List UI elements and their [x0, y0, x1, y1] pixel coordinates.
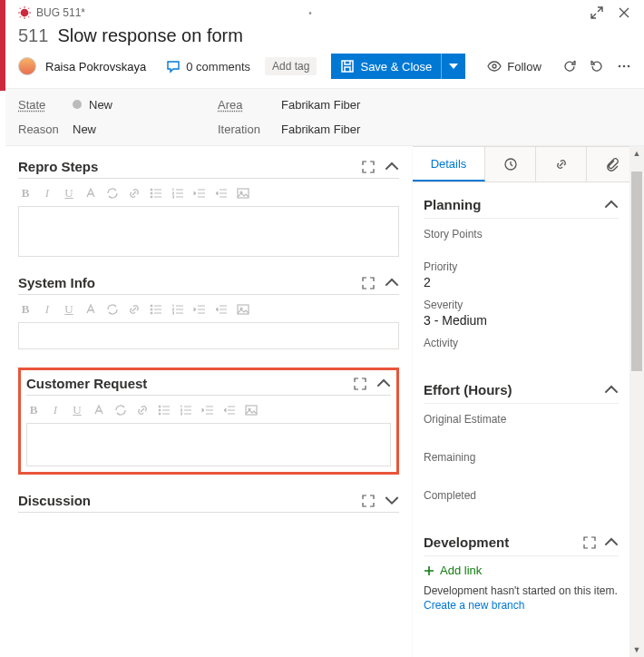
save-dropdown[interactable]: [441, 54, 465, 79]
avatar[interactable]: [18, 57, 36, 75]
font-color-button[interactable]: [83, 302, 98, 317]
save-close-button[interactable]: Save & Close: [331, 54, 465, 79]
severity-value[interactable]: 3 - Medium: [424, 313, 619, 328]
repro-steps-editor[interactable]: [18, 206, 399, 257]
image-button[interactable]: [236, 302, 250, 317]
clear-format-button[interactable]: [105, 302, 120, 317]
font-color-button[interactable]: [83, 186, 98, 201]
section-discussion: Discussion: [18, 493, 399, 513]
link-button[interactable]: [127, 186, 141, 201]
scroll-down-icon[interactable]: ▼: [629, 642, 644, 657]
more-icon[interactable]: [617, 59, 631, 74]
tab-history[interactable]: [485, 146, 536, 181]
comments-button[interactable]: 0 comments: [166, 59, 250, 74]
iteration-label: Iteration: [218, 123, 281, 136]
discussion-title: Discussion: [18, 493, 361, 508]
image-button[interactable]: [244, 403, 259, 417]
completed-label: Completed: [424, 489, 619, 502]
bullet-list-button[interactable]: [149, 186, 163, 201]
font-color-button[interactable]: [92, 403, 106, 417]
outdent-button[interactable]: [200, 403, 215, 417]
add-link-button[interactable]: Add link: [424, 564, 619, 577]
severity-label: Severity: [424, 299, 619, 311]
state-label: State: [18, 98, 73, 112]
image-button[interactable]: [236, 186, 250, 201]
svg-point-3: [619, 65, 621, 68]
svg-rect-1: [342, 61, 353, 72]
outdent-button[interactable]: [192, 302, 207, 317]
svg-point-16: [159, 406, 161, 407]
bullet-list-button[interactable]: [157, 403, 171, 417]
state-value[interactable]: New: [73, 98, 218, 112]
number-list-button[interactable]: [171, 302, 185, 317]
refresh-icon[interactable]: [562, 59, 577, 74]
development-title: Development: [424, 534, 509, 550]
scroll-up-icon[interactable]: ▲: [629, 146, 644, 161]
underline-button[interactable]: U: [70, 403, 84, 417]
expand-icon[interactable]: [582, 535, 597, 550]
chevron-up-icon[interactable]: [385, 160, 399, 174]
rich-text-toolbar: B I U: [26, 396, 391, 423]
create-branch-link[interactable]: Create a new branch: [424, 599, 619, 612]
indent-button[interactable]: [214, 186, 229, 201]
priority-value[interactable]: 2: [424, 275, 619, 289]
expand-icon[interactable]: [361, 494, 376, 508]
follow-button[interactable]: Follow: [487, 59, 542, 74]
underline-button[interactable]: U: [62, 186, 76, 201]
outdent-button[interactable]: [192, 186, 207, 201]
svg-point-13: [151, 312, 152, 314]
iteration-value[interactable]: Fabrikam Fiber: [281, 123, 631, 136]
link-button[interactable]: [127, 302, 141, 317]
expand-icon[interactable]: [361, 276, 376, 290]
italic-button[interactable]: I: [48, 403, 63, 417]
tab-attachments[interactable]: [587, 146, 629, 181]
chevron-down-icon[interactable]: [385, 494, 399, 508]
indent-button[interactable]: [222, 403, 237, 417]
customer-request-editor[interactable]: [26, 423, 391, 466]
expand-icon[interactable]: [353, 377, 367, 391]
expand-icon[interactable]: [361, 160, 376, 174]
section-system-info: System Info B I U: [18, 275, 399, 349]
clear-format-button[interactable]: [113, 403, 128, 417]
area-value[interactable]: Fabrikam Fiber: [281, 98, 631, 112]
number-list-button[interactable]: [179, 403, 193, 417]
chevron-up-icon[interactable]: [385, 276, 399, 290]
number-list-button[interactable]: [171, 186, 185, 201]
breadcrumb[interactable]: BUG 511*: [36, 6, 85, 19]
underline-button[interactable]: U: [62, 302, 76, 317]
bold-button[interactable]: B: [18, 302, 33, 317]
chevron-up-icon[interactable]: [604, 535, 619, 550]
bullet-list-button[interactable]: [149, 302, 163, 317]
customer-request-title: Customer Request: [26, 376, 353, 391]
bold-button[interactable]: B: [26, 403, 41, 417]
work-item-title[interactable]: Slow response on form: [57, 25, 243, 46]
close-icon[interactable]: [617, 5, 631, 20]
save-icon: [340, 59, 355, 74]
clear-format-button[interactable]: [105, 186, 120, 201]
indent-button[interactable]: [214, 302, 229, 317]
scroll-thumb[interactable]: [631, 172, 642, 371]
svg-point-7: [151, 192, 152, 194]
bold-button[interactable]: B: [18, 186, 33, 201]
italic-button[interactable]: I: [40, 302, 54, 317]
activity-label: Activity: [424, 337, 619, 349]
fullscreen-icon[interactable]: [590, 5, 604, 20]
history-icon: [503, 157, 518, 172]
follow-label: Follow: [507, 60, 542, 74]
tab-details[interactable]: Details: [413, 146, 485, 181]
chevron-up-icon[interactable]: [376, 377, 391, 391]
chevron-up-icon[interactable]: [604, 198, 619, 212]
assignee-name[interactable]: Raisa Pokrovskaya: [45, 60, 146, 74]
revert-icon[interactable]: [590, 59, 604, 74]
section-customer-request: Customer Request B I U: [18, 368, 399, 475]
scrollbar[interactable]: ▲ ▼: [629, 146, 644, 657]
chevron-up-icon[interactable]: [604, 383, 619, 397]
svg-point-4: [623, 65, 626, 68]
add-tag-button[interactable]: Add tag: [265, 57, 317, 75]
reason-value[interactable]: New: [73, 123, 218, 136]
link-button[interactable]: [135, 403, 150, 417]
system-info-editor[interactable]: [18, 322, 399, 349]
remaining-label: Remaining: [424, 451, 619, 464]
italic-button[interactable]: I: [40, 186, 54, 201]
tab-links[interactable]: [536, 146, 587, 181]
